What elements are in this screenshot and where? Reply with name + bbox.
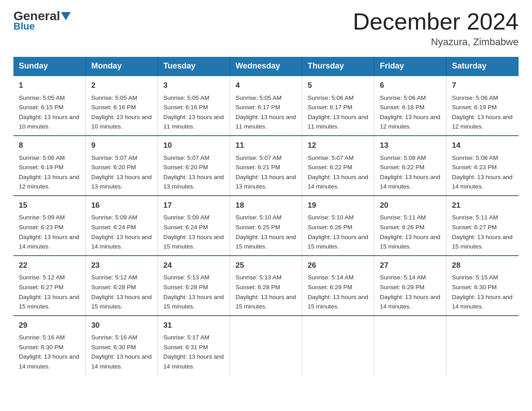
day-number: 26 (308, 260, 369, 271)
day-number: 29 (19, 320, 80, 331)
calendar-day-cell: 17 Sunrise: 5:09 AM Sunset: 6:24 PM Dayl… (158, 196, 230, 256)
day-info: Sunrise: 5:17 AM Sunset: 6:31 PM Dayligh… (163, 333, 224, 371)
day-number: 15 (19, 200, 80, 211)
calendar-day-cell: 18 Sunrise: 5:10 AM Sunset: 6:25 PM Dayl… (230, 196, 302, 256)
calendar-day-cell: 7 Sunrise: 5:06 AM Sunset: 6:19 PM Dayli… (446, 76, 519, 136)
day-info: Sunrise: 5:06 AM Sunset: 6:17 PM Dayligh… (308, 93, 369, 132)
header-friday: Friday (374, 57, 446, 76)
location-subtitle: Nyazura, Zimbabwe (353, 36, 519, 48)
main-title: December 2024 (353, 9, 519, 34)
day-info: Sunrise: 5:14 AM Sunset: 6:29 PM Dayligh… (380, 273, 441, 311)
day-info: Sunrise: 5:14 AM Sunset: 6:29 PM Dayligh… (308, 273, 369, 311)
day-number: 27 (380, 260, 441, 271)
day-info: Sunrise: 5:06 AM Sunset: 6:18 PM Dayligh… (380, 93, 441, 132)
day-info: Sunrise: 5:07 AM Sunset: 6:20 PM Dayligh… (163, 153, 224, 192)
calendar-week-row: 29 Sunrise: 5:16 AM Sunset: 6:30 PM Dayl… (13, 316, 519, 375)
day-info: Sunrise: 5:12 AM Sunset: 6:27 PM Dayligh… (19, 273, 80, 311)
calendar-day-cell: 5 Sunrise: 5:06 AM Sunset: 6:17 PM Dayli… (302, 76, 374, 136)
day-info: Sunrise: 5:08 AM Sunset: 6:23 PM Dayligh… (452, 153, 513, 192)
day-number: 30 (91, 320, 152, 331)
calendar-day-cell (302, 316, 374, 375)
calendar-day-cell (230, 316, 302, 375)
calendar-table: Sunday Monday Tuesday Wednesday Thursday… (13, 57, 519, 375)
day-info: Sunrise: 5:13 AM Sunset: 6:28 PM Dayligh… (163, 273, 224, 311)
header-wednesday: Wednesday (230, 57, 302, 76)
header-tuesday: Tuesday (158, 57, 230, 76)
day-number: 17 (163, 200, 224, 211)
header-sunday: Sunday (13, 57, 86, 76)
logo-blue: Blue (13, 21, 35, 32)
day-number: 5 (308, 80, 369, 91)
header-thursday: Thursday (302, 57, 374, 76)
day-info: Sunrise: 5:07 AM Sunset: 6:21 PM Dayligh… (236, 153, 296, 192)
calendar-day-cell: 19 Sunrise: 5:10 AM Sunset: 6:26 PM Dayl… (302, 196, 374, 256)
day-info: Sunrise: 5:11 AM Sunset: 6:27 PM Dayligh… (452, 213, 513, 251)
day-info: Sunrise: 5:05 AM Sunset: 6:16 PM Dayligh… (163, 93, 224, 132)
day-number: 4 (236, 80, 296, 91)
calendar-day-cell: 20 Sunrise: 5:11 AM Sunset: 6:26 PM Dayl… (374, 196, 446, 256)
day-info: Sunrise: 5:09 AM Sunset: 6:24 PM Dayligh… (91, 213, 152, 251)
day-info: Sunrise: 5:12 AM Sunset: 6:28 PM Dayligh… (91, 273, 152, 311)
day-number: 7 (452, 80, 513, 91)
day-number: 10 (163, 140, 224, 151)
day-info: Sunrise: 5:05 AM Sunset: 6:15 PM Dayligh… (19, 93, 80, 132)
calendar-day-cell: 1 Sunrise: 5:05 AM Sunset: 6:15 PM Dayli… (13, 76, 86, 136)
day-info: Sunrise: 5:05 AM Sunset: 6:16 PM Dayligh… (91, 93, 152, 132)
day-number: 3 (163, 80, 224, 91)
calendar-week-row: 15 Sunrise: 5:09 AM Sunset: 6:23 PM Dayl… (13, 196, 519, 256)
calendar-header-row: Sunday Monday Tuesday Wednesday Thursday… (13, 57, 519, 76)
day-number: 11 (236, 140, 296, 151)
day-info: Sunrise: 5:16 AM Sunset: 6:30 PM Dayligh… (19, 333, 80, 371)
calendar-week-row: 8 Sunrise: 5:06 AM Sunset: 6:19 PM Dayli… (13, 136, 519, 196)
page-header: General Blue December 2024 Nyazura, Zimb… (13, 9, 519, 48)
day-number: 20 (380, 200, 441, 211)
day-info: Sunrise: 5:09 AM Sunset: 6:24 PM Dayligh… (163, 213, 224, 251)
day-number: 2 (91, 80, 152, 91)
calendar-day-cell: 26 Sunrise: 5:14 AM Sunset: 6:29 PM Dayl… (302, 256, 374, 316)
day-number: 12 (308, 140, 369, 151)
day-number: 18 (236, 200, 296, 211)
calendar-week-row: 22 Sunrise: 5:12 AM Sunset: 6:27 PM Dayl… (13, 256, 519, 316)
svg-marker-0 (61, 12, 71, 20)
logo-triangle-icon (61, 12, 71, 20)
calendar-day-cell: 9 Sunrise: 5:07 AM Sunset: 6:20 PM Dayli… (86, 136, 158, 196)
day-number: 31 (163, 320, 224, 331)
day-info: Sunrise: 5:07 AM Sunset: 6:20 PM Dayligh… (91, 153, 152, 192)
header-monday: Monday (86, 57, 158, 76)
calendar-day-cell: 11 Sunrise: 5:07 AM Sunset: 6:21 PM Dayl… (230, 136, 302, 196)
logo: General Blue (13, 9, 71, 32)
day-info: Sunrise: 5:11 AM Sunset: 6:26 PM Dayligh… (380, 213, 441, 251)
day-info: Sunrise: 5:13 AM Sunset: 6:28 PM Dayligh… (236, 273, 296, 311)
title-block: December 2024 Nyazura, Zimbabwe (353, 9, 519, 48)
calendar-day-cell: 23 Sunrise: 5:12 AM Sunset: 6:28 PM Dayl… (86, 256, 158, 316)
calendar-day-cell: 3 Sunrise: 5:05 AM Sunset: 6:16 PM Dayli… (158, 76, 230, 136)
day-number: 1 (19, 80, 80, 91)
calendar-day-cell: 25 Sunrise: 5:13 AM Sunset: 6:28 PM Dayl… (230, 256, 302, 316)
day-number: 28 (452, 260, 513, 271)
calendar-day-cell: 10 Sunrise: 5:07 AM Sunset: 6:20 PM Dayl… (158, 136, 230, 196)
calendar-day-cell: 6 Sunrise: 5:06 AM Sunset: 6:18 PM Dayli… (374, 76, 446, 136)
day-number: 21 (452, 200, 513, 211)
day-number: 23 (91, 260, 152, 271)
header-saturday: Saturday (446, 57, 519, 76)
calendar-day-cell: 15 Sunrise: 5:09 AM Sunset: 6:23 PM Dayl… (13, 196, 86, 256)
calendar-day-cell: 4 Sunrise: 5:05 AM Sunset: 6:17 PM Dayli… (230, 76, 302, 136)
calendar-week-row: 1 Sunrise: 5:05 AM Sunset: 6:15 PM Dayli… (13, 76, 519, 136)
day-number: 14 (452, 140, 513, 151)
day-info: Sunrise: 5:06 AM Sunset: 6:19 PM Dayligh… (452, 93, 513, 132)
day-info: Sunrise: 5:16 AM Sunset: 6:30 PM Dayligh… (91, 333, 152, 371)
day-info: Sunrise: 5:10 AM Sunset: 6:26 PM Dayligh… (308, 213, 369, 251)
day-number: 24 (163, 260, 224, 271)
day-info: Sunrise: 5:06 AM Sunset: 6:19 PM Dayligh… (19, 153, 80, 192)
calendar-day-cell: 30 Sunrise: 5:16 AM Sunset: 6:30 PM Dayl… (86, 316, 158, 375)
day-info: Sunrise: 5:10 AM Sunset: 6:25 PM Dayligh… (236, 213, 296, 251)
calendar-day-cell: 28 Sunrise: 5:15 AM Sunset: 6:30 PM Dayl… (446, 256, 519, 316)
day-info: Sunrise: 5:08 AM Sunset: 6:22 PM Dayligh… (380, 153, 441, 192)
calendar-day-cell (374, 316, 446, 375)
calendar-day-cell: 14 Sunrise: 5:08 AM Sunset: 6:23 PM Dayl… (446, 136, 519, 196)
day-info: Sunrise: 5:07 AM Sunset: 6:22 PM Dayligh… (308, 153, 369, 192)
calendar-day-cell: 31 Sunrise: 5:17 AM Sunset: 6:31 PM Dayl… (158, 316, 230, 375)
calendar-day-cell: 29 Sunrise: 5:16 AM Sunset: 6:30 PM Dayl… (13, 316, 86, 375)
day-number: 22 (19, 260, 80, 271)
day-number: 13 (380, 140, 441, 151)
